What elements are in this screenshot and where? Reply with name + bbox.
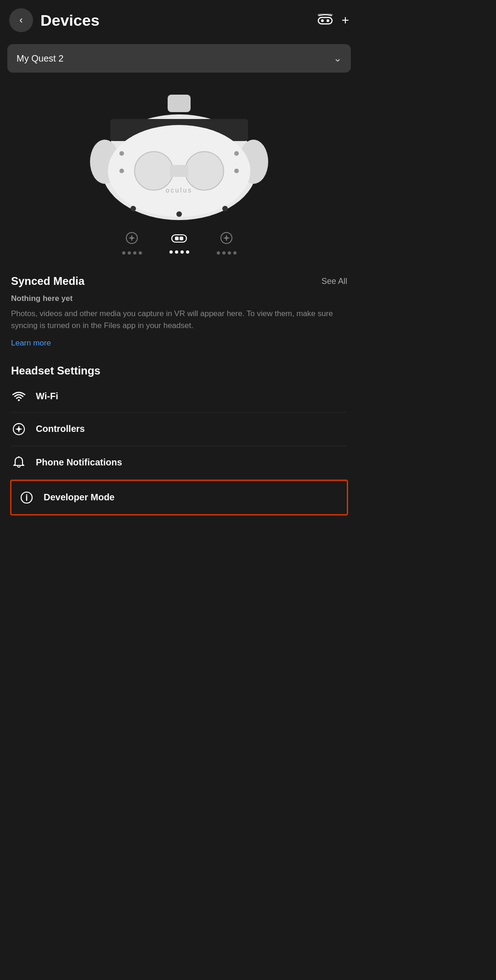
svg-point-14 — [176, 211, 182, 217]
developer-mode-label: Developer Mode — [44, 492, 114, 503]
synced-media-section: Synced Media See All Nothing here yet Ph… — [0, 264, 358, 353]
empty-state-description: Photos, videos and other media you captu… — [11, 308, 347, 332]
svg-rect-11 — [170, 165, 188, 177]
svg-point-16 — [119, 151, 124, 156]
learn-more-link[interactable]: Learn more — [11, 339, 51, 347]
svg-point-2 — [327, 19, 329, 22]
tab-center-dots — [169, 250, 189, 254]
svg-point-13 — [130, 206, 136, 211]
tab-right-dots — [217, 251, 237, 255]
right-controller-icon — [220, 232, 233, 248]
svg-point-10 — [185, 152, 224, 190]
svg-point-35 — [17, 427, 21, 431]
svg-point-18 — [234, 151, 239, 156]
wifi-label: Wi-Fi — [36, 391, 58, 402]
svg-rect-25 — [175, 237, 179, 240]
wifi-settings-item[interactable]: Wi-Fi — [11, 381, 347, 413]
tab-headset[interactable] — [169, 232, 189, 254]
svg-rect-3 — [168, 95, 191, 112]
developer-mode-settings-item[interactable]: Developer Mode — [10, 480, 348, 515]
svg-point-15 — [222, 206, 228, 211]
tab-indicators — [122, 232, 237, 264]
svg-rect-24 — [172, 235, 186, 242]
controllers-settings-item[interactable]: Controllers — [11, 413, 347, 446]
svg-rect-0 — [318, 17, 332, 24]
svg-rect-26 — [180, 237, 183, 240]
empty-state-title: Nothing here yet — [11, 294, 347, 303]
svg-point-19 — [234, 169, 239, 173]
bell-icon — [11, 456, 27, 469]
see-all-button[interactable]: See All — [321, 277, 347, 286]
headset-settings-title: Headset Settings — [11, 364, 347, 377]
back-button[interactable]: ‹ — [9, 8, 33, 32]
device-selector[interactable]: My Quest 2 ⌄ — [7, 44, 351, 73]
svg-point-17 — [119, 169, 124, 173]
svg-point-1 — [321, 19, 324, 22]
header-actions: + — [317, 13, 349, 28]
synced-media-header: Synced Media See All — [11, 275, 347, 288]
add-device-button[interactable]: + — [342, 13, 349, 28]
tab-left-dots — [122, 251, 142, 255]
phone-notifications-settings-item[interactable]: Phone Notifications — [11, 446, 347, 480]
selected-device-label: My Quest 2 — [17, 53, 63, 64]
tab-left-controller[interactable] — [122, 232, 142, 255]
info-circle-icon — [19, 491, 34, 504]
page-header: ‹ Devices + — [0, 0, 358, 40]
svg-point-30 — [225, 237, 228, 239]
headset-illustration: oculus — [83, 89, 276, 227]
svg-point-39 — [26, 494, 28, 495]
phone-notifications-label: Phone Notifications — [36, 457, 122, 468]
headset-image-area: oculus — [0, 80, 358, 264]
headset-tab-icon — [171, 232, 187, 247]
vr-stream-button[interactable] — [317, 14, 333, 27]
page-title: Devices — [40, 11, 317, 29]
synced-media-title: Synced Media — [11, 275, 85, 288]
svg-point-23 — [130, 237, 133, 239]
tab-right-controller[interactable] — [217, 232, 237, 255]
svg-text:oculus: oculus — [166, 187, 192, 194]
chevron-down-icon: ⌄ — [333, 52, 342, 64]
left-controller-icon — [125, 232, 138, 248]
svg-point-31 — [18, 399, 20, 401]
vr-stream-icon — [317, 14, 333, 27]
headset-settings-section: Headset Settings Wi-Fi Controllers — [0, 353, 358, 515]
wifi-icon — [11, 391, 27, 402]
svg-point-9 — [135, 152, 173, 190]
controllers-label: Controllers — [36, 424, 85, 434]
controllers-icon — [11, 423, 27, 436]
